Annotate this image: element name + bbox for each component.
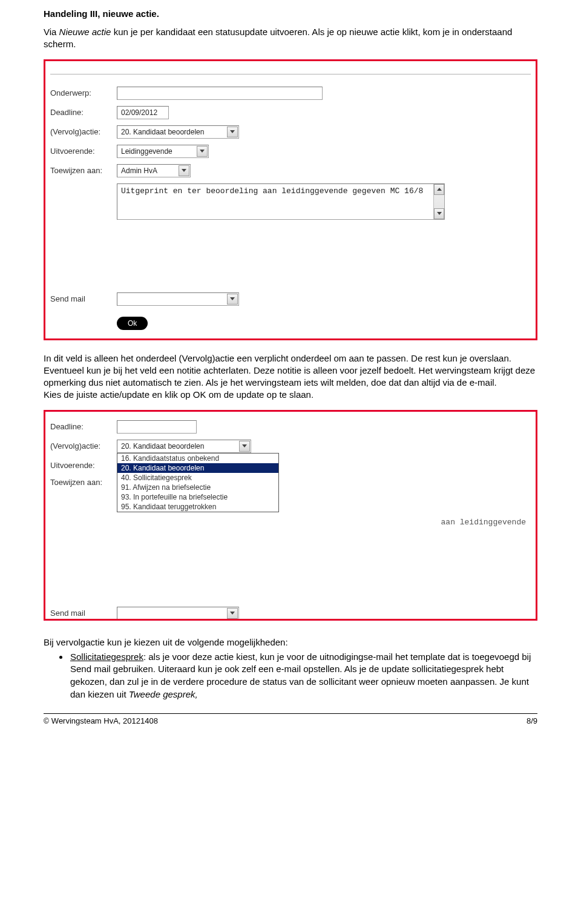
toewijzen-select[interactable]: Admin HvA [117, 164, 191, 177]
bullet-list: Sollicitatiegesprek: als je voor deze ac… [44, 651, 537, 701]
label-sendmail-2: Send mail [50, 607, 117, 618]
toolbar-strip [50, 64, 531, 74]
dropdown-option[interactable]: 93. In portefeuille na briefselectie [117, 492, 278, 502]
intro-text-c: kun je per kandidaat een statusupdate ui… [44, 27, 512, 49]
onderwerp-input[interactable] [117, 87, 323, 100]
dropdown-button-icon[interactable] [179, 165, 189, 176]
label-uitvoerende: Uitvoerende: [50, 145, 117, 156]
notitie-textarea[interactable]: Uitgeprint en ter beoordeling aan leidin… [117, 183, 445, 220]
dropdown-option[interactable]: 95. Kandidaat teruggetrokken [117, 502, 278, 512]
label-deadline: Deadline: [50, 106, 117, 117]
vervolgactie-value: 20. Kandidaat beoordelen [117, 128, 226, 136]
label-vervolgactie-2: (Vervolg)actie: [50, 440, 117, 450]
sendmail-select-2[interactable] [117, 607, 239, 620]
uitvoerende-select[interactable]: Leidinggevende [117, 145, 209, 158]
label-notitie-blank [50, 183, 117, 185]
caret-down-icon [437, 212, 442, 215]
sendmail-select[interactable] [117, 292, 239, 306]
caret-down-icon [230, 130, 235, 133]
bullet-label: Sollicitatiegesprek [70, 652, 143, 662]
caret-down-icon [242, 444, 247, 447]
label-toewijzen: Toewijzen aan: [50, 164, 117, 175]
dropdown-button-icon[interactable] [227, 608, 238, 619]
dropdown-option[interactable]: 91. Afwijzen na briefselectie [117, 483, 278, 492]
deadline-input-2[interactable] [117, 420, 197, 434]
section-heading: Handeling III, nieuwe actie. [44, 8, 537, 19]
label-onderwerp: Onderwerp: [50, 87, 117, 97]
caret-down-icon [182, 169, 186, 172]
bullet-lead: Bij vervolgactie kun je kiezen uit de vo… [44, 636, 537, 648]
uitvoerende-value: Leidinggevende [117, 147, 196, 156]
deadline-input[interactable] [117, 106, 169, 119]
vervolgactie-dropdown-list: 16. Kandidaatstatus onbekend20. Kandidaa… [117, 453, 279, 512]
label-uitvoerende-2: Uitvoerende: [50, 459, 117, 470]
label-deadline-2: Deadline: [50, 420, 117, 431]
notitie-text: Uitgeprint en ter beoordeling aan leidin… [117, 184, 433, 219]
caret-up-icon [437, 188, 442, 191]
caret-down-icon [230, 297, 235, 300]
dropdown-button-icon[interactable] [197, 146, 208, 157]
page-footer: ©Wervingsteam HvA, 20121408 8/9 [44, 716, 537, 725]
textarea-scrollbar[interactable] [433, 184, 444, 219]
dropdown-option[interactable]: 16. Kandidaatstatus onbekend [117, 454, 278, 463]
intro-paragraph: Via Nieuwe actie kun je per kandidaat ee… [44, 26, 537, 51]
toewijzen-value: Admin HvA [117, 167, 178, 175]
label-sendmail: Send mail [50, 292, 117, 303]
bullet-sollicitatiegesprek: Sollicitatiegesprek: als je voor deze ac… [69, 651, 537, 701]
dropdown-button-icon[interactable] [239, 441, 250, 452]
intro-text-nieuwe-actie: Nieuwe actie [59, 27, 111, 37]
ok-button[interactable]: Ok [117, 317, 148, 330]
footer-rule [44, 713, 537, 714]
dropdown-button-icon[interactable] [227, 294, 238, 305]
dropdown-button-icon[interactable] [227, 127, 238, 137]
bullet-tail-italic: Tweede gesprek, [129, 689, 198, 699]
caret-down-icon [230, 612, 235, 615]
caret-down-icon [200, 150, 205, 153]
scroll-up-icon[interactable] [434, 184, 444, 195]
vervolgactie-select-open[interactable]: 20. Kandidaat beoordelen [117, 440, 251, 453]
footer-page-number: 8/9 [527, 716, 537, 725]
vervolgactie-select[interactable]: 20. Kandidaat beoordelen [117, 125, 239, 139]
dropdown-option[interactable]: 40. Sollicitatiegesprek [117, 473, 278, 483]
screenshot-form-1: Onderwerp: Deadline: (Vervolg)actie: 20.… [44, 59, 537, 340]
footer-left-text: Wervingsteam HvA, 20121408 [51, 716, 158, 725]
notitie-peek-text: aan leidinggevende [441, 517, 526, 528]
screenshot-form-2: Deadline: (Vervolg)actie: 20. Kandidaat … [44, 410, 537, 621]
label-vervolgactie: (Vervolg)actie: [50, 125, 117, 136]
scroll-down-icon[interactable] [434, 208, 444, 219]
label-toewijzen-2: Toewijzen aan: [50, 476, 117, 487]
intro-text-a: Via [44, 27, 59, 37]
footer-left: ©Wervingsteam HvA, 20121408 [44, 716, 158, 725]
copyright-icon: © [44, 717, 49, 725]
explanation-paragraph: In dit veld is alleen het onderdeel (Ver… [44, 352, 537, 401]
dropdown-option[interactable]: 20. Kandidaat beoordelen [117, 463, 278, 473]
vervolgactie-value-2: 20. Kandidaat beoordelen [117, 442, 238, 450]
